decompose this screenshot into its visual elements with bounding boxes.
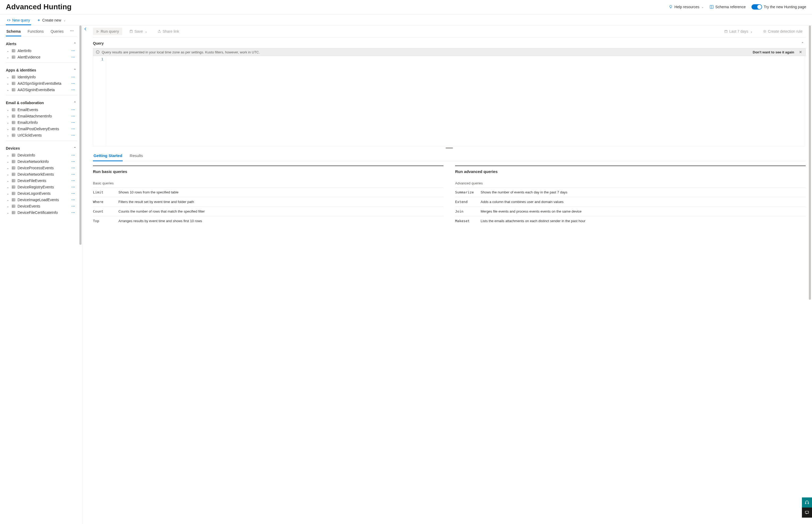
more-options-icon[interactable]: ⋮ [70, 127, 76, 131]
feedback-button[interactable] [802, 508, 812, 518]
dismiss-info-link[interactable]: Don't want to see it again [753, 50, 794, 54]
tab-new-query[interactable]: New query [6, 16, 31, 25]
query-description: Shows the number of events each day in t… [480, 190, 806, 194]
schema-table-name: EmailEvents [18, 108, 38, 112]
more-options-icon[interactable]: ⋮ [70, 153, 76, 157]
sidebar-tab-functions[interactable]: Functions [27, 27, 44, 36]
query-example-row[interactable]: MakesetLists the emails attachments on e… [455, 216, 806, 226]
scrollbar-thumb[interactable] [79, 26, 82, 245]
more-options-icon[interactable]: ⋮ [70, 160, 76, 163]
book-icon [710, 5, 714, 9]
table-icon [12, 114, 15, 118]
more-options-icon[interactable]: ⋮ [70, 82, 76, 85]
table-icon [12, 179, 15, 183]
schema-table-item[interactable]: ⌄DeviceNetworkEvents⋮ [6, 171, 77, 178]
schema-table-item[interactable]: ⌄EmailEvents⋮ [6, 107, 77, 113]
sidebar-tabs-more[interactable]: ··· [70, 29, 74, 35]
schema-table-item[interactable]: ⌄DeviceImageLoadEvents⋮ [6, 197, 77, 203]
query-example-row[interactable]: LimitShows 10 rows from the specified ta… [93, 187, 443, 197]
svg-rect-16 [12, 179, 15, 182]
schema-group-header[interactable]: Email & collaboration⌃ [6, 99, 77, 107]
schema-table-item[interactable]: ⌄DeviceEvents⋮ [6, 203, 77, 209]
query-example-row[interactable]: CountCounts the number of rows that matc… [93, 207, 443, 216]
share-link-button[interactable]: Share link [154, 28, 182, 35]
schema-sidebar: Schema Functions Queries ··· Alerts⌃⌄Ale… [0, 26, 78, 524]
more-options-icon[interactable]: ⋮ [70, 179, 76, 183]
schema-table-item[interactable]: ⌄EmailUrlInfo⋮ [6, 119, 77, 126]
query-example-row[interactable]: SummarizeShows the number of events each… [455, 187, 806, 197]
schema-group-header[interactable]: Apps & identities⌃ [6, 66, 77, 74]
query-example-row[interactable]: WhereFilters the result set by event tim… [93, 197, 443, 207]
query-editor[interactable]: 1 [93, 56, 805, 146]
more-options-icon[interactable]: ⋮ [70, 166, 76, 170]
table-icon [12, 173, 15, 176]
schema-table-item[interactable]: ⌄DeviceFileCertificateInfo⋮ [6, 209, 77, 216]
more-options-icon[interactable]: ⋮ [70, 88, 76, 92]
schema-group-header[interactable]: Alerts⌃ [6, 40, 77, 48]
schema-group-header[interactable]: Devices⌃ [6, 145, 77, 152]
more-options-icon[interactable]: ⋮ [70, 121, 76, 124]
more-options-icon[interactable]: ⋮ [70, 76, 76, 79]
more-options-icon[interactable]: ⋮ [70, 192, 76, 195]
schema-table-item[interactable]: ⌄DeviceProcessEvents⋮ [6, 165, 77, 171]
help-resources-button[interactable]: Help resources ⌄ [669, 5, 704, 9]
more-options-icon[interactable]: ⋮ [70, 115, 76, 118]
scrollbar-thumb[interactable] [809, 26, 811, 300]
tab-results[interactable]: Results [129, 151, 143, 161]
query-example-row[interactable]: TopArranges results by event time and sh… [93, 216, 443, 226]
create-detection-rule-button[interactable]: Create detection rule [760, 28, 806, 35]
chevron-down-icon: ⌄ [6, 108, 10, 112]
more-options-icon[interactable]: ⋮ [70, 185, 76, 189]
run-query-button[interactable]: Run query [93, 28, 122, 35]
schema-table-item[interactable]: ⌄DeviceRegistryEvents⋮ [6, 184, 77, 190]
table-icon [12, 88, 15, 92]
column-rule [93, 166, 443, 166]
schema-table-item[interactable]: ⌄DeviceLogonEvents⋮ [6, 190, 77, 197]
schema-table-item[interactable]: ⌄AlertEvidence⋮ [6, 54, 77, 60]
more-options-icon[interactable]: ⋮ [70, 134, 76, 137]
schema-table-item[interactable]: ⌄DeviceNetworkInfo⋮ [6, 158, 77, 165]
editor-content[interactable] [106, 56, 805, 146]
close-icon[interactable]: ✕ [798, 50, 803, 54]
sidebar-tab-schema[interactable]: Schema [6, 27, 21, 36]
save-button[interactable]: Save ⌄ [126, 28, 150, 35]
query-keyword: Join [455, 209, 480, 213]
schema-table-item[interactable]: ⌄IdentityInfo⋮ [6, 74, 77, 80]
schema-table-item[interactable]: ⌄AADSpnSignInEventsBeta⋮ [6, 80, 77, 87]
more-options-icon[interactable]: ⋮ [70, 173, 76, 176]
more-options-icon[interactable]: ⋮ [70, 108, 76, 112]
time-range-button[interactable]: Last 7 days ⌄ [721, 28, 756, 35]
query-results-splitter[interactable] [93, 146, 806, 150]
sidebar-tab-queries[interactable]: Queries [50, 27, 64, 36]
schema-table-item[interactable]: ⌄EmailPostDeliveryEvents⋮ [6, 126, 77, 132]
more-options-icon[interactable]: ⋮ [70, 204, 76, 208]
headset-help-button[interactable] [802, 497, 812, 508]
query-example-row[interactable]: JoinMerges file events and process event… [455, 207, 806, 216]
collapse-sidebar-button[interactable] [83, 26, 88, 524]
collapse-query-chevron[interactable]: ⌃ [801, 42, 804, 46]
chevron-down-icon: ⌄ [64, 19, 66, 22]
more-options-icon[interactable]: ⋮ [70, 211, 76, 214]
svg-rect-5 [12, 82, 15, 85]
main-scrollbar[interactable] [808, 26, 812, 524]
more-options-icon[interactable]: ⋮ [70, 198, 76, 202]
toggle-on-icon [751, 4, 762, 10]
try-new-hunting-toggle[interactable]: Try the new Hunting page [751, 4, 806, 10]
schema-table-item[interactable]: ⌄DeviceFileEvents⋮ [6, 178, 77, 184]
schema-table-item[interactable]: ⌄DeviceInfo⋮ [6, 152, 77, 158]
tab-getting-started[interactable]: Getting Started [93, 151, 123, 161]
schema-table-item[interactable]: ⌄EmailAttachmentInfo⋮ [6, 113, 77, 119]
schema-table-item[interactable]: ⌄UrlClickEvents⋮ [6, 132, 77, 138]
more-options-icon[interactable]: ⋮ [70, 49, 76, 53]
schema-table-item[interactable]: ⌄AADSignInEventsBeta⋮ [6, 87, 77, 93]
query-example-row[interactable]: ExtendAdds a column that combines user a… [455, 197, 806, 207]
sidebar-scrollbar[interactable] [78, 26, 83, 524]
schema-table-name: AlertEvidence [18, 55, 40, 59]
query-description: Adds a column that combines user and dom… [480, 200, 806, 204]
schema-table-item[interactable]: ⌄AlertInfo⋮ [6, 48, 77, 54]
play-icon [96, 30, 99, 33]
more-options-icon[interactable]: ⋮ [70, 55, 76, 59]
create-new-button[interactable]: ＋ Create new ⌄ [36, 16, 67, 25]
svg-rect-13 [12, 160, 15, 163]
schema-reference-button[interactable]: Schema reference [710, 5, 746, 9]
